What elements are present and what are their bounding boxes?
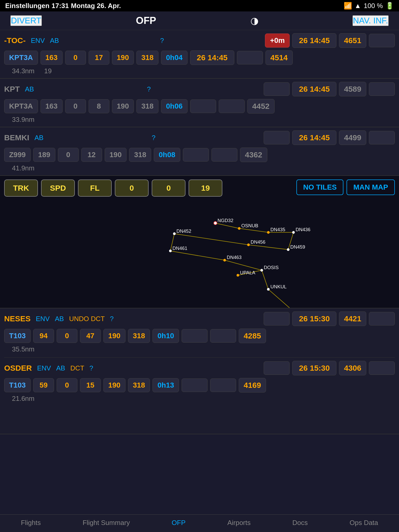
trk-button[interactable]: TRK [4,179,38,197]
kpt-hdg[interactable]: 8 [89,99,109,113]
tab-flights[interactable]: Flights [21,519,41,527]
toc-question[interactable]: ? [160,37,164,45]
kpt-badge-empty [264,82,290,96]
osder-wind[interactable]: 0 [57,378,77,392]
neses-dist: 35.5nm [12,345,35,353]
kpt-eta: 0h06 [161,99,188,113]
osder-fuel2: 4169 [239,378,266,393]
kpt-question[interactable]: ? [147,85,151,93]
osder-time2 [182,378,208,392]
osder-fl[interactable]: 318 [128,378,150,392]
svg-line-9 [262,270,268,289]
waypoint-kpt: KPT AB ? 26 14:45 4589 KPT3A 163 0 8 190… [0,79,399,127]
svg-point-14 [238,227,241,230]
osder-dist: 21.6nm [12,395,35,402]
kpt-name: KPT [4,85,20,94]
toc-fl[interactable]: 318 [136,51,158,65]
bemki-spd[interactable]: 190 [105,148,127,162]
osder-right: 26 15:30 4306 [264,361,395,375]
kpt-route[interactable]: KPT3A [4,99,38,113]
kpt-spd[interactable]: 190 [112,99,134,113]
tab-ofp[interactable]: OFP [172,519,185,527]
bemki-hdg[interactable]: 12 [81,148,102,162]
tab-flight-summary[interactable]: Flight Summary [83,519,130,527]
kpt-trk[interactable]: 163 [41,99,63,113]
bemki-question[interactable]: ? [152,134,155,142]
toc-fuel2: 4514 [265,50,293,65]
spd-button[interactable]: SPD [41,179,75,197]
neses-question[interactable]: ? [110,315,114,323]
svg-point-32 [237,274,239,277]
toc-extra2 [237,51,263,64]
tab-airports[interactable]: Airports [227,519,251,527]
toc-route[interactable]: KPT3A [4,51,38,65]
signal-icon: ▲ [355,2,361,10]
osder-question[interactable]: ? [89,364,93,372]
bemki-trk[interactable]: 189 [33,148,55,162]
neses-eta: 0h10 [152,329,179,343]
status-left: Einstellungen 17:31 Montag 26. Apr. [5,2,121,10]
bemki-fl[interactable]: 318 [129,148,151,162]
spd-value[interactable]: 0 [152,179,185,197]
osder-action[interactable]: DCT [70,364,84,372]
neses-ab-label: AB [55,315,64,323]
trk-value[interactable]: 0 [115,179,149,197]
svg-text:NGD32: NGD32 [217,218,233,223]
kpt-wind[interactable]: 0 [65,99,86,113]
kpt-fl[interactable]: 318 [136,99,158,113]
map-section[interactable]: TRK SPD FL 0 0 19 NO TILES MAN MAP [0,176,399,308]
neses-trk[interactable]: 94 [33,329,54,343]
toc-extra1 [369,34,395,47]
flight-path-svg: NGD32 OSNUB DN435 DN436 DN452 DN456 DN45… [0,197,399,308]
toc-trk[interactable]: 163 [41,51,63,65]
osder-extra2 [210,378,236,392]
divert-button[interactable]: DIVERT [10,15,42,26]
osder-spd[interactable]: 190 [103,378,125,392]
toc-wind[interactable]: 0 [65,51,86,65]
neses-spd[interactable]: 190 [103,329,125,343]
neses-fuel2: 4285 [239,329,266,343]
kpt-controls-row: KPT3A 163 0 8 190 318 0h06 4452 [4,99,395,114]
bemki-route[interactable]: Z999 [4,148,31,162]
fl-button[interactable]: FL [78,179,112,197]
osder-name: OSDER [4,364,32,373]
toc-spd[interactable]: 190 [112,51,134,65]
osder-route[interactable]: T103 [4,378,31,392]
toc-time2: 26 14:45 [190,50,234,65]
man-map-button[interactable]: MAN MAP [347,179,395,195]
svg-text:DN452: DN452 [176,228,191,234]
neses-route[interactable]: T103 [4,329,31,343]
tab-ops-data[interactable]: Ops Data [350,519,378,527]
status-right: 📶 ▲ 100 % 🔋 [344,2,394,10]
osder-trk[interactable]: 59 [33,378,54,392]
map-canvas[interactable]: NGD32 OSNUB DN435 DN436 DN452 DN456 DN45… [0,197,399,308]
bemki-wind[interactable]: 0 [58,148,79,162]
no-tiles-button[interactable]: NO TILES [296,179,343,195]
toc-ab-label: AB [50,37,59,45]
neses-hdg[interactable]: 47 [80,329,101,343]
svg-text:DN461: DN461 [172,245,187,251]
fl-value[interactable]: 19 [189,179,222,197]
toc-right-group: +0m 26 14:45 4651 [265,33,395,48]
svg-point-16 [267,231,270,234]
nav-inf-button[interactable]: NAV. INF. [353,15,389,26]
tab-docs[interactable]: Docs [292,519,308,527]
neses-fl[interactable]: 318 [128,329,150,343]
osder-env-label: ENV [37,364,51,372]
osder-hdg[interactable]: 15 [80,378,101,392]
neses-name: NESES [4,314,31,323]
svg-point-30 [260,269,263,271]
toc-time-badge[interactable]: +0m [265,34,290,48]
nav-title: OFP [136,15,156,26]
neses-action[interactable]: UNDO DCT [69,315,105,323]
neses-wind[interactable]: 0 [57,329,77,343]
kpt-fuel2: 4452 [247,99,275,114]
waypoint-toc: -TOC- ENV AB ? +0m 26 14:45 4651 KPT3A 1… [0,30,399,79]
kpt-time1: 26 14:45 [292,82,336,96]
svg-point-20 [173,232,176,235]
neses-header: NESES ENV AB UNDO DCT ? 26 15:30 4421 [4,311,395,326]
neses-env-label: ENV [36,315,50,323]
theme-toggle-icon[interactable]: ◑ [250,15,258,26]
toc-hdg[interactable]: 17 [89,51,109,65]
svg-point-28 [223,259,226,261]
